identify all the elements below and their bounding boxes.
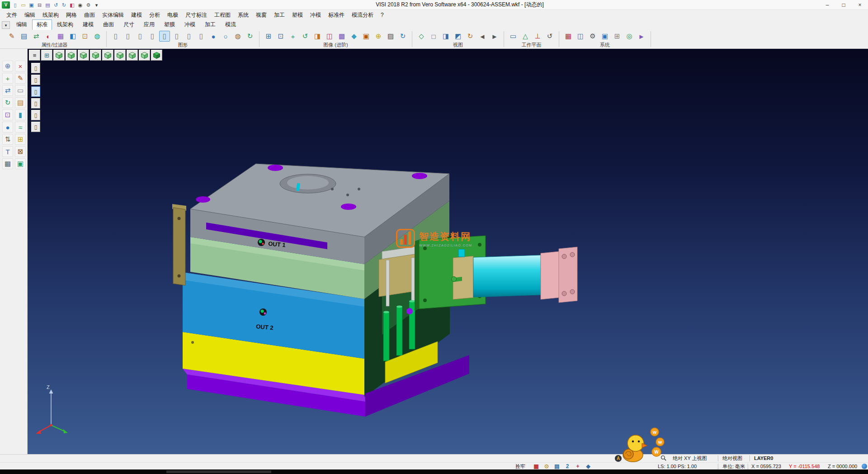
view-top-icon[interactable]: ◩: [453, 31, 463, 42]
background-icon[interactable]: ▨: [385, 31, 396, 42]
view-rotate-icon[interactable]: ↻: [465, 31, 476, 42]
workplane-3points-icon[interactable]: △: [520, 31, 531, 42]
view-previous-icon[interactable]: ◄: [477, 31, 488, 42]
filter-type-icon[interactable]: ◧: [67, 31, 78, 42]
sheet-icon[interactable]: ▤: [15, 97, 26, 108]
hidden-line-display-icon[interactable]: ◍: [232, 31, 243, 42]
sketch-icon[interactable]: ✎: [15, 73, 26, 84]
view-next-icon[interactable]: ►: [489, 31, 500, 42]
redo-icon[interactable]: ↻: [60, 1, 68, 9]
selection-filter-4-icon[interactable]: ▯: [31, 98, 40, 109]
solid-edit-icon[interactable]: ⊡: [2, 109, 13, 120]
cylinder-icon[interactable]: ▮: [15, 109, 26, 120]
capture-icon[interactable]: ◉: [76, 1, 84, 9]
macro-run-icon[interactable]: ►: [636, 31, 647, 42]
new-file-icon[interactable]: ▯: [11, 1, 19, 9]
menu-item-machining[interactable]: 加工: [270, 10, 288, 20]
gfx-style-2-icon[interactable]: ▯: [123, 31, 133, 42]
plot-icon[interactable]: ▤: [44, 1, 52, 9]
pattern-icon[interactable]: ⊞: [15, 134, 26, 145]
grid-settings-icon[interactable]: ⊞: [612, 31, 623, 42]
iso-view-7-icon[interactable]: [127, 50, 138, 61]
color-table-icon[interactable]: ▦: [563, 31, 574, 42]
workplane-reset-icon[interactable]: ↺: [544, 31, 555, 42]
tab-progress[interactable]: 冲模: [180, 19, 200, 30]
menu-item-modeling[interactable]: 建模: [127, 10, 146, 20]
qat-dropdown-icon[interactable]: ▾: [93, 1, 100, 9]
tab-dimension[interactable]: 尺寸: [119, 19, 139, 30]
refresh-image-icon[interactable]: ↻: [397, 31, 408, 42]
tab-surface[interactable]: 曲面: [99, 19, 118, 30]
viewport-layout-icon[interactable]: ⊞: [41, 50, 52, 61]
gfx-style-5-icon[interactable]: ▯: [159, 31, 170, 42]
active-layer-label[interactable]: LAYER0: [754, 455, 773, 462]
menu-item-solid-edit[interactable]: 实体编辑: [99, 10, 127, 20]
maximize-button[interactable]: □: [835, 0, 852, 9]
iso-view-2-icon[interactable]: [66, 50, 77, 61]
filter-elements-icon[interactable]: ⇄: [31, 31, 42, 42]
gfx-style-6-icon[interactable]: ▯: [171, 31, 182, 42]
snap-grid-icon[interactable]: ▦: [533, 463, 540, 470]
snap-toggle[interactable]: 拴牢: [515, 463, 525, 470]
menu-item-mould[interactable]: 塑模: [288, 10, 307, 20]
workplane-normal-icon[interactable]: ⊥: [532, 31, 543, 42]
selection-filter-6-icon[interactable]: ▯: [31, 122, 40, 132]
boolean-icon[interactable]: ⊠: [15, 146, 26, 157]
view-menu-icon[interactable]: ≡: [29, 50, 40, 61]
layer-state-icon[interactable]: ▤: [553, 463, 561, 470]
menu-item-file[interactable]: 文件: [3, 10, 21, 20]
menu-item-dimension[interactable]: 尺寸标注: [182, 10, 211, 20]
filter-layer-icon[interactable]: ▦: [55, 31, 66, 42]
profile-2d-icon[interactable]: 2: [564, 463, 571, 470]
view-mode-label[interactable]: 绝对视图: [722, 455, 742, 462]
tab-standard[interactable]: 标准: [32, 19, 52, 30]
open-file-icon[interactable]: ▭: [19, 1, 27, 9]
tab-wireframe[interactable]: 线架构: [52, 19, 78, 30]
selection-filter-1-icon[interactable]: ▯: [31, 63, 40, 73]
zoom-fit-icon[interactable]: ⊡: [275, 31, 286, 42]
iso-view-6-icon[interactable]: [114, 50, 126, 61]
solid-display-icon[interactable]: ◆: [585, 463, 592, 470]
system-settings-icon[interactable]: ⚙: [587, 31, 598, 42]
section-view-icon[interactable]: ◫: [324, 31, 335, 42]
isolate-icon[interactable]: ◍: [92, 31, 103, 42]
network-status-icon[interactable]: [862, 464, 867, 469]
save-icon[interactable]: ▣: [28, 1, 35, 9]
gfx-style-7-icon[interactable]: ▯: [184, 31, 194, 42]
move-icon[interactable]: ⇄: [2, 85, 13, 96]
iso-view-1-icon[interactable]: [53, 50, 65, 61]
properties-brush-icon[interactable]: ✎: [6, 31, 17, 42]
shaded-view-icon[interactable]: ◨: [312, 31, 323, 42]
mold-assembly[interactable]: OUT 1 OUT 2: [172, 164, 577, 417]
tab-machining[interactable]: 加工: [200, 19, 220, 30]
rotate-icon[interactable]: ↻: [2, 97, 13, 108]
trim-icon[interactable]: ×: [15, 61, 26, 71]
snapshot-icon[interactable]: ▣: [361, 31, 372, 42]
text-icon[interactable]: T: [2, 146, 13, 157]
tab-application[interactable]: 应用: [139, 19, 159, 30]
tab-modeling[interactable]: 建模: [78, 19, 98, 30]
refresh-display-icon[interactable]: ↻: [245, 31, 255, 42]
gfx-style-4-icon[interactable]: ▯: [147, 31, 158, 42]
menu-item-help[interactable]: ?: [377, 11, 387, 19]
menu-item-progress[interactable]: 冲模: [307, 10, 325, 20]
shaded-cube-icon[interactable]: [151, 50, 162, 61]
export-icon[interactable]: ▣: [15, 158, 26, 169]
sphere-icon[interactable]: ●: [2, 122, 13, 133]
selection-filter-3-icon[interactable]: ▯: [31, 86, 40, 97]
selection-mask-icon[interactable]: ⊡: [80, 31, 90, 42]
tab-flow[interactable]: 模流: [221, 19, 241, 30]
rotate-view-icon[interactable]: ↺: [300, 31, 311, 42]
close-button[interactable]: ×: [852, 0, 868, 9]
erase-icon[interactable]: ▭: [15, 85, 26, 96]
gfx-style-8-icon[interactable]: ▯: [196, 31, 207, 42]
zoom-in-icon[interactable]: ⊕: [2, 61, 13, 71]
measure-icon[interactable]: ⇅: [2, 134, 13, 145]
shaded-display-icon[interactable]: ●: [208, 31, 219, 42]
palette-icon[interactable]: ◧: [68, 1, 76, 9]
viewport-3d[interactable]: OUT 1 OUT 2 Z ≡: [28, 49, 868, 454]
menu-item-flow-analysis[interactable]: 模流分析: [348, 10, 377, 20]
selection-filter-2-icon[interactable]: ▯: [31, 75, 40, 85]
menu-item-edit[interactable]: 编辑: [21, 10, 39, 20]
tab-mould[interactable]: 塑膜: [160, 19, 179, 30]
